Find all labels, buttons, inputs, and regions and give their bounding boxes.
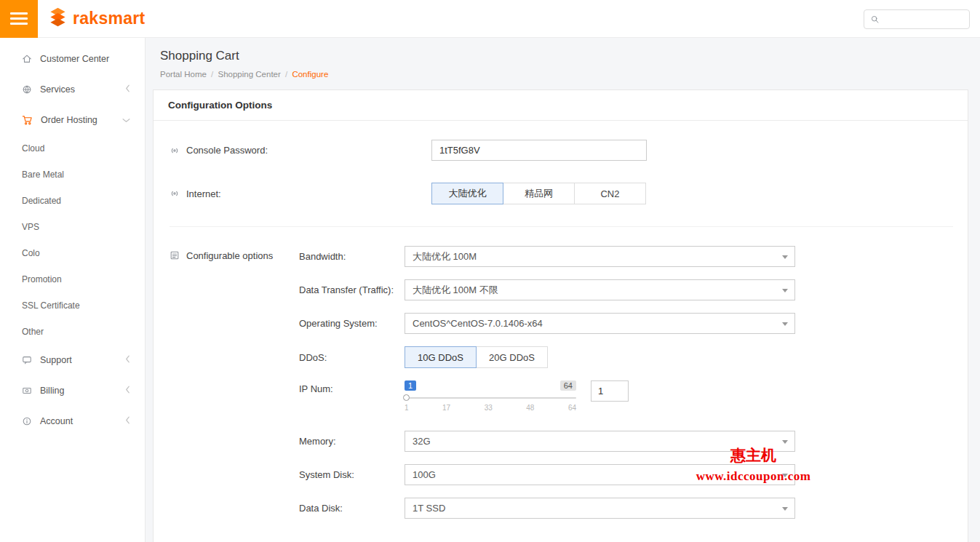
bandwidth-row: Bandwidth: 大陆优化 100M [299, 246, 953, 267]
breadcrumb-portal-home[interactable]: Portal Home [160, 70, 218, 79]
menu-button[interactable] [0, 0, 38, 38]
memory-select[interactable]: 32G [405, 431, 795, 452]
sidebar-item-colo[interactable]: Colo [0, 240, 145, 266]
bandwidth-select[interactable]: 大陆优化 100M [405, 246, 795, 267]
system-disk-label: System Disk: [299, 469, 405, 480]
internet-option-cn2[interactable]: CN2 [574, 183, 646, 204]
configuration-card: Configuration Options Console Password: [153, 89, 968, 542]
tick-label: 1 [405, 404, 409, 412]
chevron-down-icon [782, 440, 788, 444]
sidebar-item-support[interactable]: Support [0, 345, 145, 375]
traffic-select[interactable]: 大陆优化 100M 不限 [405, 279, 795, 300]
sidebar-item-dedicated[interactable]: Dedicated [0, 188, 145, 214]
chevron-down-icon [122, 115, 130, 125]
support-chat-icon [22, 355, 32, 365]
chevron-left-icon [125, 355, 130, 365]
configurable-options-label: Configurable options [170, 246, 299, 531]
memory-label: Memory: [299, 436, 405, 447]
chevron-down-icon [782, 255, 788, 259]
ip-num-control: 1 64 1 17 33 [405, 380, 629, 412]
sidebar-item-ssl-certificate[interactable]: SSL Certificate [0, 292, 145, 319]
main-content: Shopping Cart Portal HomeShopping Center… [146, 38, 980, 542]
billing-icon [22, 386, 32, 396]
breadcrumb: Portal HomeShopping CenterConfigure [160, 70, 980, 79]
traffic-row: Data Transfer (Traffic): 大陆优化 100M 不限 [299, 279, 953, 300]
select-value: 1T SSD [413, 503, 445, 514]
sidebar-item-promotion[interactable]: Promotion [0, 266, 145, 292]
sidebar-item-vps[interactable]: VPS [0, 214, 145, 240]
search-icon [870, 15, 880, 24]
tick-label: 48 [526, 404, 534, 412]
breadcrumb-shopping-center[interactable]: Shopping Center [218, 70, 292, 79]
sidebar-item-label: Billing [40, 386, 64, 396]
breadcrumb-configure[interactable]: Configure [292, 70, 328, 79]
sidebar-item-billing[interactable]: Billing [0, 375, 145, 406]
memory-row: Memory: 32G [299, 431, 953, 452]
sidebar-item-label: Account [40, 416, 73, 426]
sidebar-item-account[interactable]: Account [0, 406, 145, 437]
tick-label: 64 [568, 404, 576, 412]
select-value: 32G [413, 436, 431, 447]
search-box [864, 9, 970, 29]
sidebar: Customer Center Services Order Hosting C… [0, 38, 146, 542]
logo-text: raksmart [73, 9, 146, 28]
sidebar-item-customer-center[interactable]: Customer Center [0, 44, 145, 74]
logo[interactable]: raksmart [48, 7, 146, 30]
search-input[interactable] [884, 15, 963, 25]
account-info-icon [22, 416, 32, 426]
ddos-row: DDoS: 10G DDoS 20G DDoS [299, 346, 953, 368]
chevron-down-icon [782, 289, 788, 292]
page-title: Shopping Cart [160, 49, 980, 63]
signal-icon [170, 146, 180, 156]
tick-label: 33 [485, 404, 493, 412]
sidebar-item-services[interactable]: Services [0, 74, 145, 105]
ddos-option-10g[interactable]: 10G DDoS [405, 346, 477, 368]
sidebar-item-label: Services [40, 84, 75, 95]
chevron-down-icon [782, 322, 788, 326]
data-disk-label: Data Disk: [299, 503, 405, 514]
ip-slider-block: 1 64 1 17 33 [405, 380, 576, 412]
data-disk-select[interactable]: 1T SSD [405, 498, 795, 519]
page: raksmart Customer Center Services [0, 0, 980, 542]
sidebar-item-cloud[interactable]: Cloud [0, 135, 145, 162]
shopping-cart-icon [22, 115, 33, 126]
card-title: Configuration Options [154, 90, 968, 121]
operating-system-label: Operating System: [299, 318, 405, 329]
internet-options: 大陆优化 精品网 CN2 [431, 183, 646, 204]
internet-label: Internet: [170, 188, 431, 199]
card-body: Console Password: Internet: 大陆优化 精品网 [154, 121, 968, 542]
ip-slider-ticks: 1 17 33 48 64 [405, 404, 576, 412]
internet-option-mainland-optimized[interactable]: 大陆优化 [431, 183, 503, 204]
chevron-left-icon [125, 386, 130, 396]
sidebar-item-other[interactable]: Other [0, 319, 145, 345]
operating-system-row: Operating System: CentOS^CentOS-7.0.1406… [299, 313, 953, 334]
system-disk-row: System Disk: 100G [299, 464, 953, 485]
select-value: 100G [413, 469, 436, 480]
ddos-options: 10G DDoS 20G DDoS [405, 346, 548, 368]
traffic-label: Data Transfer (Traffic): [299, 284, 405, 295]
ip-slider-handle[interactable] [403, 394, 410, 401]
sidebar-item-label: Order Hosting [41, 115, 97, 125]
label-text: Console Password: [186, 145, 268, 156]
label-text: Configurable options [186, 250, 273, 261]
chevron-left-icon [125, 84, 130, 95]
sidebar-item-label: Support [40, 355, 72, 365]
sidebar-item-label: Customer Center [40, 54, 109, 64]
home-icon [22, 54, 32, 64]
ddos-option-20g[interactable]: 20G DDoS [476, 346, 548, 368]
internet-option-premium[interactable]: 精品网 [503, 183, 575, 204]
sidebar-item-bare-metal[interactable]: Bare Metal [0, 162, 145, 188]
operating-system-select[interactable]: CentOS^CentOS-7.0.1406-x64 [405, 313, 795, 334]
console-password-label: Console Password: [170, 145, 431, 156]
console-password-row: Console Password: [170, 140, 953, 161]
label-text: Internet: [186, 188, 221, 199]
bandwidth-label: Bandwidth: [299, 251, 405, 262]
ip-num-input[interactable] [591, 380, 629, 402]
tick-label: 17 [442, 404, 450, 412]
system-disk-select[interactable]: 100G [405, 464, 795, 485]
ip-slider-track[interactable] [405, 397, 576, 399]
sidebar-item-order-hosting[interactable]: Order Hosting [0, 105, 145, 135]
form-list-icon [170, 250, 180, 260]
select-value: 大陆优化 100M [413, 251, 477, 262]
console-password-input[interactable] [431, 140, 647, 161]
